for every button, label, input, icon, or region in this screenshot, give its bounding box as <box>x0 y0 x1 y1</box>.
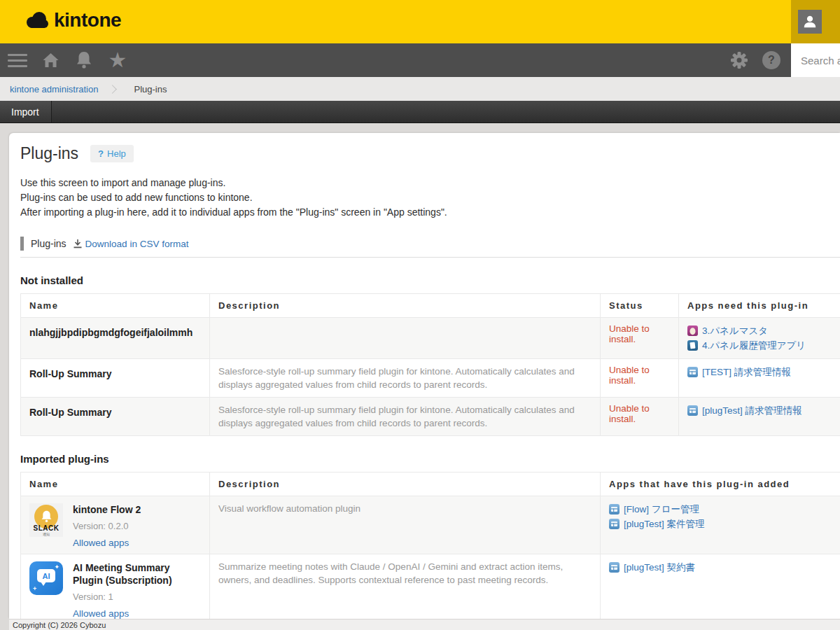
column-header-description: Description <box>210 294 601 318</box>
imported-table: Name Description Apps that have this plu… <box>20 472 840 619</box>
column-header-status: Status <box>601 294 679 318</box>
plugin-version: Version: 0.2.0 <box>73 521 141 531</box>
plugin-description: Summarize meeting notes with Claude / Op… <box>218 560 592 587</box>
app-table-icon <box>687 367 698 377</box>
intro-line: After importing a plug-in here, add it t… <box>20 205 840 220</box>
user-avatar[interactable] <box>798 10 822 34</box>
question-icon: ? <box>98 148 104 159</box>
settings-gear-icon[interactable] <box>728 43 750 77</box>
column-header-name: Name <box>21 294 210 318</box>
download-csv-link[interactable]: Download in CSV format <box>74 239 189 249</box>
tab-import[interactable]: Import <box>0 101 52 122</box>
main-panel: Plug-ins ? Help Use this screen to impor… <box>9 133 840 619</box>
intro-line: Use this screen to import and manage plu… <box>20 176 840 190</box>
sparkle-icon: ✦ <box>54 564 59 570</box>
help-button[interactable]: ? Help <box>90 145 134 162</box>
app-link[interactable]: [plugTest] 案件管理 <box>609 517 832 531</box>
table-row: SLACK 通知 kintone Flow 2 Version: 0.2.0 A… <box>21 496 840 554</box>
app-link[interactable]: 3.パネルマスタ <box>687 323 832 338</box>
not-installed-table: Name Description Status Apps need this p… <box>20 293 840 436</box>
hamburger-menu-icon[interactable] <box>6 43 29 77</box>
breadcrumb: kintone administration Plug-ins <box>0 77 840 101</box>
allowed-apps-link[interactable]: Allowed apps <box>73 608 129 619</box>
plugin-name: AI Meeting Summary Plugin (Subscription) <box>73 561 201 587</box>
breadcrumb-current: Plug-ins <box>134 84 167 94</box>
plugin-name: Roll-Up Summary <box>29 403 201 419</box>
app-avatar-icon <box>687 326 698 336</box>
home-icon[interactable] <box>38 43 62 77</box>
column-header-description: Description <box>210 472 601 496</box>
column-header-apps: Apps need this plug-in <box>679 294 840 318</box>
cloud-logo-icon <box>25 11 49 30</box>
copyright-text: Copyright (C) 2026 Cybozu <box>13 621 106 629</box>
status-badge: Unable to install. <box>609 323 650 344</box>
plugin-description: Salesforce-style roll-up summary field p… <box>218 365 592 391</box>
column-header-apps: Apps that have this plug-in added <box>601 472 840 496</box>
page-title: Plug-ins <box>20 144 78 163</box>
plus-sparkle-icon: + <box>33 585 36 592</box>
chevron-right-icon <box>108 85 118 94</box>
status-badge: Unable to install. <box>609 365 650 386</box>
kintone-logo[interactable]: kintone <box>25 9 121 31</box>
app-table-icon <box>609 504 620 514</box>
logo-text: kintone <box>54 9 121 31</box>
plugins-section-header: Plug-ins Download in CSV format <box>20 237 840 251</box>
breadcrumb-root-link[interactable]: kintone administration <box>10 84 98 94</box>
plugin-name: nlahgjjbpdipbgmdgfogeifjaloilmmh <box>29 323 201 339</box>
plugin-name: kintone Flow 2 <box>73 503 141 516</box>
table-row: AI ✦ + AI Meeting Summary Plugin (Subscr… <box>21 554 840 620</box>
section-label: Plug-ins <box>31 238 66 249</box>
app-link[interactable]: [plugTest] 請求管理情報 <box>687 403 832 418</box>
app-table-icon <box>687 405 698 416</box>
app-link[interactable]: [TEST] 請求管理情報 <box>687 365 832 379</box>
ai-meeting-plugin-icon: AI ✦ + <box>29 561 63 595</box>
table-row: nlahgjjbpdipbgmdgfogeifjaloilmmh Unable … <box>21 318 840 359</box>
speech-bubble-icon: AI <box>37 569 55 582</box>
imported-heading: Imported plug-ins <box>20 453 840 465</box>
app-book-icon <box>687 340 698 351</box>
tab-bar: Import <box>0 101 840 123</box>
app-link[interactable]: [plugTest] 契約書 <box>609 560 832 575</box>
app-header: kintone <box>0 0 840 43</box>
not-installed-heading: Not installed <box>20 274 840 286</box>
plugin-name: Roll-Up Summary <box>29 365 201 380</box>
account-area <box>791 0 840 43</box>
plugin-description: Salesforce-style roll-up summary field p… <box>218 403 592 430</box>
column-header-name: Name <box>21 472 210 496</box>
kintone-flow-plugin-icon: SLACK 通知 <box>29 503 63 537</box>
help-icon[interactable]: ? <box>760 43 783 77</box>
app-table-icon <box>609 519 620 529</box>
allowed-apps-link[interactable]: Allowed apps <box>73 538 129 548</box>
table-row: Roll-Up Summary Salesforce-style roll-up… <box>21 359 840 398</box>
global-toolbar: ★ ? <box>0 43 840 77</box>
footer: Copyright (C) 2026 Cybozu <box>9 619 840 630</box>
search-input[interactable] <box>791 43 840 77</box>
download-icon <box>74 239 82 248</box>
intro-text: Use this screen to import and manage plu… <box>20 176 840 220</box>
table-header-row: Name Description Status Apps need this p… <box>21 294 840 318</box>
table-header-row: Name Description Apps that have this plu… <box>21 472 840 496</box>
favorites-star-icon[interactable]: ★ <box>105 43 130 77</box>
notifications-bell-icon[interactable] <box>72 43 96 77</box>
table-row: Roll-Up Summary Salesforce-style roll-up… <box>21 398 840 436</box>
intro-line: Plug-ins can be used to add new function… <box>20 190 840 205</box>
plugin-description: Visual workflow automation plugin <box>218 502 592 515</box>
app-link[interactable]: [Flow] フロー管理 <box>609 502 832 517</box>
divider <box>20 257 840 258</box>
plugin-version: Version: 1 <box>73 592 201 602</box>
app-link[interactable]: 4.パネル履歴管理アプリ <box>687 338 832 353</box>
status-badge: Unable to install. <box>609 403 650 424</box>
app-table-icon <box>609 562 620 573</box>
person-icon <box>802 14 818 29</box>
